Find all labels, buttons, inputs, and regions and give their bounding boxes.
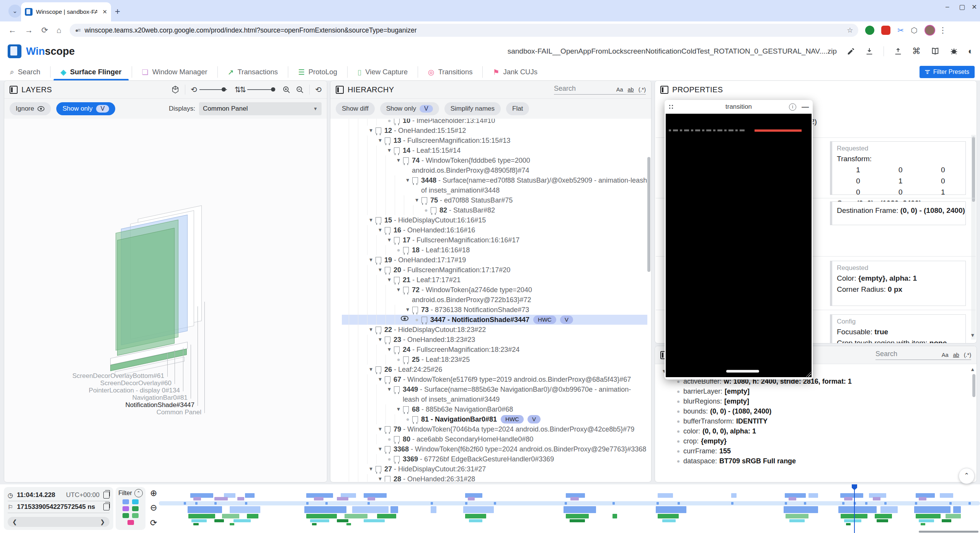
whole-word-icon[interactable]: ab <box>953 352 959 358</box>
trace-segment[interactable] <box>230 506 260 513</box>
expand-arrow-icon[interactable]: ▼ <box>395 285 402 295</box>
trace-segment[interactable] <box>364 493 387 498</box>
hierarchy-row[interactable]: ▼3448 - Surface(name=ed70f88 StatusBar)/… <box>342 175 647 195</box>
trace-segment[interactable] <box>808 493 818 498</box>
trace-segment[interactable] <box>658 493 673 498</box>
hierarchy-row[interactable]: ▼26 - Leaf:24:25#26 <box>342 365 647 374</box>
address-bar[interactable]: ●= winscope.teams.x20web.corp.google.com… <box>70 24 858 37</box>
hierarchy-row[interactable]: ▼73 - 8736138 NotificationShade#73 <box>342 305 647 315</box>
hierarchy-row[interactable]: ▼20 - FullscreenMagnification:17:17#20 <box>342 265 647 275</box>
zoom-out-icon[interactable] <box>296 86 304 94</box>
hierarchy-row[interactable]: ●3369 - 67726bf EdgeBackGestureHandler0#… <box>342 454 647 464</box>
trace-segment[interactable] <box>916 514 941 518</box>
layer-label[interactable]: PointerLocation - display 0#134 <box>4 387 180 394</box>
hierarchy-row[interactable]: ▼16 - OneHanded:16:16#16 <box>342 225 647 235</box>
hierarchy-row[interactable]: ▼67 - WindowToken{e5176f9 type=2019 andr… <box>342 374 647 384</box>
trace-segment[interactable] <box>921 523 925 525</box>
hierarchy-row[interactable]: ▼72 - WindowToken{a2746de type=2040 andr… <box>342 285 647 305</box>
tab-protolog[interactable]: ☰ProtoLog <box>288 64 347 80</box>
expand-arrow-icon[interactable]: ▼ <box>404 175 412 185</box>
trace-segment[interactable] <box>844 497 853 500</box>
hierarchy-row[interactable]: ▼3449 - Surface(name=885b63e NavigationB… <box>342 384 647 404</box>
dark-mode-toggle-icon[interactable]: ◐ <box>968 46 973 56</box>
hierarchy-row[interactable]: ▼21 - Leaf:17:17#21 <box>342 275 647 285</box>
info-icon[interactable]: i <box>789 103 796 111</box>
trace-segment[interactable] <box>953 506 961 513</box>
property-row[interactable]: ●dataspace:BT709 sRGB Full range <box>673 456 977 466</box>
trace-segment[interactable] <box>314 497 323 500</box>
layer-label[interactable]: NavigationBar0#81 <box>4 394 188 402</box>
hierarchy-row[interactable]: ▼19 - OneHanded:17:17#19 <box>342 255 647 265</box>
download-icon[interactable] <box>865 47 874 56</box>
hierarchy-search-input[interactable]: Search Aa ab (.*) <box>554 85 646 95</box>
trace-segment[interactable] <box>846 523 851 525</box>
layer-label[interactable]: ScreenDecorOverlayBottom#61 <box>4 372 164 380</box>
rotation-slider[interactable] <box>199 89 227 90</box>
trace-segment[interactable] <box>877 519 888 522</box>
visibility-eye-icon[interactable] <box>401 316 408 321</box>
timeline-minimap-band[interactable] <box>159 501 980 505</box>
expand-arrow-icon[interactable]: ▼ <box>367 255 375 265</box>
home-icon[interactable]: ⌂ <box>57 26 62 35</box>
zoom-in-icon[interactable] <box>283 86 291 94</box>
trace-segment[interactable] <box>942 519 951 522</box>
trace-segment[interactable] <box>337 519 348 522</box>
timeline-cursor[interactable] <box>854 485 855 533</box>
transition-window[interactable]: transition i — <box>665 100 813 379</box>
expand-arrow-icon[interactable]: ▼ <box>395 155 402 165</box>
expand-arrow-icon[interactable]: ▼ <box>413 195 421 205</box>
extension-check-icon[interactable] <box>865 26 874 35</box>
hierarchy-row[interactable]: ▼75 - ed70f88 StatusBar#75 <box>342 195 647 205</box>
show-diff-button[interactable]: Show diff <box>336 102 375 115</box>
trace-segment[interactable] <box>662 519 676 522</box>
trace-segment[interactable] <box>844 519 861 522</box>
trace-segment[interactable] <box>345 514 368 518</box>
displays-dropdown[interactable]: Common Panel▼ <box>199 102 322 115</box>
drag-handle-icon[interactable] <box>668 104 674 110</box>
regex-icon[interactable]: (.*) <box>964 352 971 358</box>
window-minimize-icon[interactable]: – <box>946 3 949 11</box>
layer-label[interactable]: Common Panel <box>4 409 201 416</box>
transition-window-titlebar[interactable]: transition i — <box>665 100 813 114</box>
tab-transactions[interactable]: ↗Transactions <box>218 64 288 80</box>
trace-segment[interactable] <box>873 497 880 500</box>
new-tab-button[interactable]: + <box>115 6 120 17</box>
hierarchy-row[interactable]: ▼24 - FullscreenMagnification:18:23#24 <box>342 345 647 355</box>
tab-window-manager[interactable]: ❏Window Manager <box>132 64 217 80</box>
expand-arrow-icon[interactable]: ▼ <box>367 126 375 136</box>
property-row[interactable]: ●crop:{empty} <box>673 436 977 446</box>
hierarchy-row[interactable]: ▼14 - Leaf:15:15#14 <box>342 146 647 155</box>
trace-segment[interactable] <box>919 519 934 522</box>
hierarchy-row[interactable]: ▼3368 - WindowToken{f6b2f60 type=2024 an… <box>342 444 647 454</box>
trace-segment[interactable] <box>789 519 805 522</box>
hierarchy-row[interactable]: ●3447 - NotificationShade#3447HWCV <box>342 315 647 325</box>
trace-segment[interactable] <box>656 506 686 513</box>
scroll-up-icon[interactable]: ▲ <box>970 366 975 372</box>
expand-arrow-icon[interactable]: ▼ <box>395 404 402 414</box>
trace-segment[interactable] <box>346 523 351 525</box>
trace-segment[interactable] <box>364 519 385 522</box>
edit-pencil-icon[interactable] <box>847 47 855 56</box>
trace-segment[interactable] <box>230 523 234 525</box>
simplify-names-button[interactable]: Simplify names <box>444 102 501 115</box>
property-row[interactable]: ●currFrame:155 <box>673 446 977 456</box>
trace-segment[interactable] <box>570 497 579 500</box>
browser-menu-icon[interactable]: ⋮ <box>939 26 947 35</box>
expand-arrow-icon[interactable]: ▼ <box>376 424 384 434</box>
trace-segment[interactable] <box>468 497 475 500</box>
trace-segment[interactable] <box>946 514 961 518</box>
trace-segment[interactable] <box>310 519 329 522</box>
trace-segment[interactable] <box>191 519 207 522</box>
trace-segment[interactable] <box>337 497 348 500</box>
whole-word-icon[interactable]: ab <box>628 87 634 93</box>
trace-segment[interactable] <box>789 497 796 500</box>
match-case-icon[interactable]: Aa <box>616 87 623 93</box>
tab-close-icon[interactable]: ✕ <box>102 8 107 15</box>
properties-scrollbar[interactable] <box>972 137 975 202</box>
expand-arrow-icon[interactable]: ▼ <box>367 325 375 335</box>
timeline-canvas[interactable] <box>0 484 980 533</box>
expand-arrow-icon[interactable]: ▼ <box>385 275 393 285</box>
back-icon[interactable]: ← <box>8 26 16 35</box>
regex-icon[interactable]: (.*) <box>639 87 646 93</box>
expand-arrow-icon[interactable]: ▼ <box>376 136 384 146</box>
